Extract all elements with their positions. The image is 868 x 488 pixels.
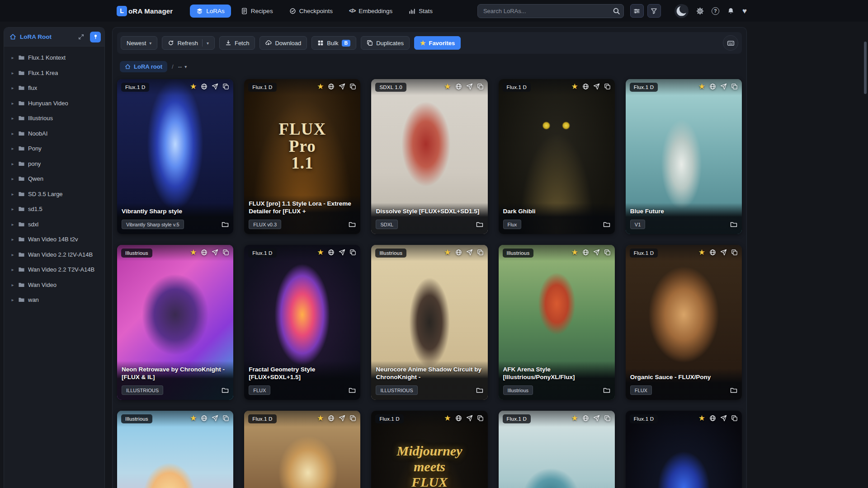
globe-icon[interactable]	[328, 83, 335, 90]
nav-tab-loras[interactable]: LoRAs	[190, 5, 231, 18]
nav-tab-recipes[interactable]: Recipes	[235, 5, 279, 18]
nav-tab-embeddings[interactable]: </> Embeddings	[343, 5, 399, 18]
version-pill[interactable]: FLUX	[630, 385, 652, 395]
copy-icon[interactable]	[349, 249, 356, 256]
globe-icon[interactable]	[201, 83, 208, 90]
sidebar-folder-item[interactable]: ▸ Qwen	[7, 171, 102, 187]
version-pill[interactable]: ILLUSTRIOUS	[122, 385, 163, 395]
sidebar-folder-item[interactable]: ▸ flux	[7, 80, 102, 96]
sidebar-folder-item[interactable]: ▸ Hunyuan Video	[7, 96, 102, 111]
move-to-folder-button[interactable]	[476, 221, 483, 228]
globe-icon[interactable]	[709, 83, 716, 90]
globe-icon[interactable]	[582, 249, 589, 256]
lora-card[interactable]: Flux.1 D ★	[244, 411, 360, 488]
globe-icon[interactable]	[328, 249, 335, 256]
funnel-filter-button[interactable]	[647, 4, 661, 18]
lora-card[interactable]: Illustrious ★ Neurocore Anime Shadow Cir…	[371, 245, 487, 400]
duplicates-button[interactable]: Duplicates	[361, 36, 410, 50]
version-pill[interactable]: V1	[630, 220, 645, 229]
move-to-folder-button[interactable]	[222, 221, 229, 228]
settings-button[interactable]	[696, 7, 704, 15]
version-pill[interactable]: Illustrious	[503, 385, 533, 395]
sidebar-root-row[interactable]: LoRA Root	[4, 28, 104, 47]
send-icon[interactable]	[212, 415, 218, 422]
move-to-folder-button[interactable]	[730, 387, 737, 394]
favorite-star-icon[interactable]: ★	[190, 249, 197, 256]
favorite-star-icon[interactable]: ★	[444, 83, 451, 90]
favorite-star-icon[interactable]: ★	[444, 414, 451, 422]
lora-card[interactable]: Flux.1 D ★ Fractal Geometry Style [FLUX+…	[244, 245, 360, 400]
favorite-star-icon[interactable]: ★	[698, 83, 705, 90]
lora-card[interactable]: FLUXPro1.1 Flux.1 D ★ FLUX [pro] 1.1 Sty…	[244, 79, 360, 234]
favorite-star-icon[interactable]: ★	[571, 83, 578, 90]
lora-card[interactable]: SDXL 1.0 ★ Dissolve Style [FLUX+SDXL+SD1…	[371, 79, 487, 234]
favorite-star-icon[interactable]: ★	[317, 249, 324, 256]
copy-icon[interactable]	[604, 249, 611, 256]
favorite-star-icon[interactable]: ★	[571, 249, 578, 256]
bulk-button[interactable]: Bulk B	[311, 36, 356, 50]
move-to-folder-button[interactable]	[349, 221, 356, 228]
send-icon[interactable]	[212, 249, 218, 256]
lora-card[interactable]: Flux.1 D ★ Blue Future V1	[626, 79, 742, 234]
version-pill[interactable]: ILLUSTRIOUS	[376, 385, 417, 395]
refresh-split-button[interactable]: Refresh ▾	[162, 36, 215, 50]
copy-icon[interactable]	[349, 83, 356, 90]
favorite-star-icon[interactable]: ★	[698, 414, 705, 422]
copy-icon[interactable]	[477, 249, 484, 256]
sidebar-folder-item[interactable]: ▸ SD 3.5 Large	[7, 187, 102, 202]
globe-icon[interactable]	[201, 415, 208, 422]
send-icon[interactable]	[593, 249, 600, 256]
breadcrumb-current-dropdown[interactable]: -- ▾	[178, 63, 187, 70]
search-icon[interactable]	[613, 7, 620, 15]
sidebar-folder-item[interactable]: ▸ Wan Video	[7, 277, 102, 293]
globe-icon[interactable]	[455, 83, 462, 90]
search-input[interactable]	[477, 4, 624, 18]
version-pill[interactable]: SDXL	[376, 220, 398, 229]
move-to-folder-button[interactable]	[349, 387, 356, 394]
globe-icon[interactable]	[201, 249, 208, 256]
chevron-down-icon[interactable]: ▾	[207, 41, 209, 46]
lora-card[interactable]: MidjourneymeetsFLUX Flux.1 D ★	[371, 411, 487, 488]
send-icon[interactable]	[212, 83, 218, 90]
copy-icon[interactable]	[604, 83, 611, 90]
favorite-star-icon[interactable]: ★	[444, 249, 451, 256]
lora-card[interactable]: Flux.1 D ★ Dark Ghibli Flux	[499, 79, 615, 234]
favorites-filter-button[interactable]: ★ Favorites	[414, 36, 461, 50]
send-icon[interactable]	[593, 83, 600, 90]
send-icon[interactable]	[720, 249, 727, 256]
favorite-star-icon[interactable]: ★	[317, 414, 324, 422]
download-button[interactable]: Download	[259, 36, 307, 50]
lora-card[interactable]: Flux.1 D ★	[499, 411, 615, 488]
sidebar-folder-item[interactable]: ▸ pony	[7, 156, 102, 172]
sidebar-folder-item[interactable]: ▸ NoobAI	[7, 126, 102, 141]
app-logo[interactable]: L oRA Manager	[117, 6, 173, 16]
copy-icon[interactable]	[222, 83, 229, 90]
copy-icon[interactable]	[731, 249, 738, 256]
move-to-folder-button[interactable]	[603, 387, 610, 394]
version-pill[interactable]: Flux	[503, 220, 522, 229]
move-to-folder-button[interactable]	[603, 221, 610, 228]
help-button[interactable]: ?	[712, 7, 719, 15]
move-to-folder-button[interactable]	[476, 387, 483, 394]
send-icon[interactable]	[339, 415, 345, 422]
sliders-filter-button[interactable]	[630, 4, 644, 18]
move-to-folder-button[interactable]	[222, 387, 229, 394]
send-icon[interactable]	[466, 83, 473, 90]
copy-icon[interactable]	[349, 415, 356, 422]
lora-card[interactable]: Illustrious ★	[117, 411, 233, 488]
favorite-star-icon[interactable]: ★	[317, 83, 324, 90]
sidebar-folder-item[interactable]: ▸ sdxl	[7, 217, 102, 232]
favorite-star-icon[interactable]: ★	[190, 414, 197, 422]
copy-icon[interactable]	[477, 415, 484, 422]
sort-dropdown[interactable]: Newest ▾	[121, 36, 157, 50]
globe-icon[interactable]	[709, 415, 716, 422]
nav-tab-checkpoints[interactable]: Checkpoints	[283, 5, 339, 18]
copy-icon[interactable]	[222, 249, 229, 256]
send-icon[interactable]	[339, 249, 345, 256]
globe-icon[interactable]	[582, 415, 589, 422]
expand-tree-button[interactable]	[75, 32, 86, 42]
send-icon[interactable]	[593, 415, 600, 422]
send-icon[interactable]	[720, 83, 727, 90]
favorite-star-icon[interactable]: ★	[571, 414, 578, 422]
favorite-star-icon[interactable]: ★	[698, 249, 705, 256]
